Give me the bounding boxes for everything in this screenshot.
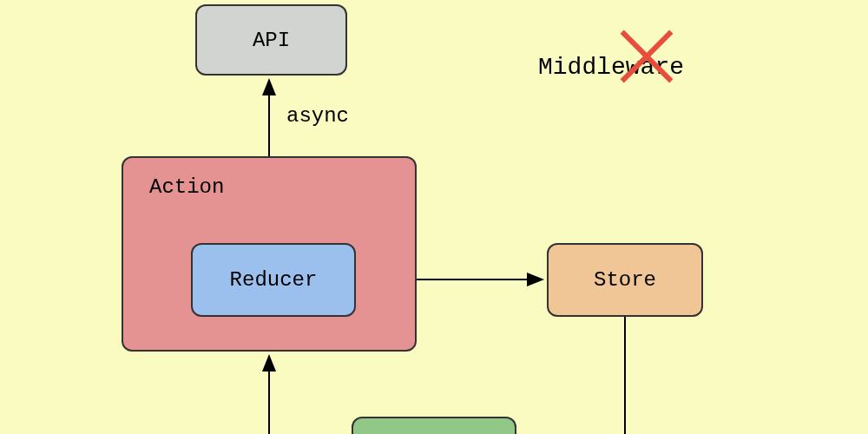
- cross-out-icon: [612, 22, 681, 91]
- reducer-label: Reducer: [230, 268, 318, 292]
- reducer-node: Reducer: [191, 243, 356, 317]
- store-label: Store: [594, 268, 656, 292]
- api-node: API: [195, 4, 347, 76]
- action-label: Action: [149, 175, 224, 199]
- store-node: Store: [547, 243, 703, 317]
- async-edge-label: async: [286, 104, 349, 128]
- api-label: API: [253, 29, 290, 52]
- green-node: [352, 417, 516, 434]
